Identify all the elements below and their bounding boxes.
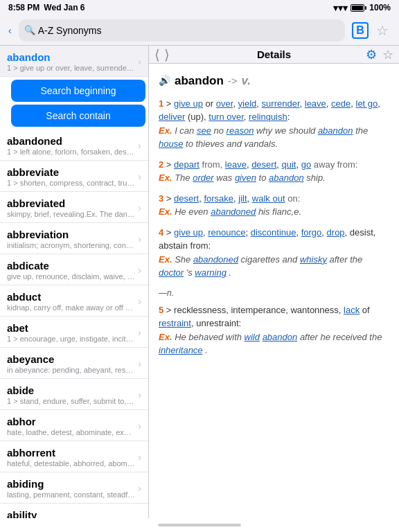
list-item[interactable]: abhorhate, loathe, detest, abominate, ex… bbox=[0, 410, 148, 441]
gt-sym-4: > bbox=[166, 227, 174, 238]
list-item[interactable]: abide1 > stand, endure, suffer, submit t… bbox=[0, 379, 148, 410]
wifi-icon: ▾▾▾ bbox=[333, 3, 348, 13]
gt-sym-5: > bbox=[166, 305, 174, 315]
syn-cede[interactable]: cede bbox=[331, 98, 351, 109]
favorites-button[interactable]: ☆ bbox=[371, 19, 393, 42]
nav-left-icon[interactable]: ⟨ bbox=[154, 46, 160, 63]
ex-inheritance[interactable]: inheritance bbox=[159, 345, 203, 355]
details-nav-right: ⚙ ☆ bbox=[366, 47, 393, 62]
list-item[interactable]: abdicategive up, renounce, disclaim, wai… bbox=[0, 254, 148, 285]
syn-forgo[interactable]: forgo bbox=[301, 227, 322, 238]
syn-lack[interactable]: lack bbox=[344, 305, 360, 315]
ex-doctor[interactable]: doctor bbox=[159, 267, 184, 278]
nav-back-button[interactable]: ‹ bbox=[6, 22, 15, 39]
syn-forsake[interactable]: forsake bbox=[204, 193, 233, 204]
syn-restraint[interactable]: restraint bbox=[159, 318, 191, 328]
ex-see[interactable]: see bbox=[197, 125, 211, 136]
syn-discontinue[interactable]: discontinue bbox=[251, 227, 296, 238]
syn-turn-over[interactable]: turn over bbox=[209, 112, 244, 122]
status-date: Wed Jan 6 bbox=[44, 3, 85, 12]
list-item[interactable]: abhorrenthateful, detestable, abhorred, … bbox=[0, 441, 148, 472]
home-indicator bbox=[0, 518, 399, 532]
ex-order[interactable]: order bbox=[193, 172, 213, 183]
chevron-icon: › bbox=[138, 514, 141, 518]
syn-leave[interactable]: leave bbox=[305, 98, 326, 109]
ex-wild[interactable]: wild bbox=[245, 332, 260, 342]
ex-text-2c: to bbox=[259, 172, 269, 183]
ex-text-4d: 's bbox=[186, 267, 195, 278]
list-item[interactable]: abductkidnap, carry off, make away or of… bbox=[0, 285, 148, 317]
list-item-subtitle: give up, renounce, disclaim, waive, diso… bbox=[7, 272, 135, 281]
list-item-subtitle: hateful, detestable, abhorred, abominabl… bbox=[7, 459, 135, 468]
syn-depart[interactable]: depart bbox=[174, 159, 200, 170]
status-right: ▾▾▾ 100% bbox=[333, 3, 391, 13]
list-item[interactable]: abandoned1 > left alone, forlorn, forsak… bbox=[0, 130, 148, 161]
syn-yield[interactable]: yield bbox=[238, 98, 257, 109]
syn-relinquish[interactable]: relinquish bbox=[249, 112, 287, 122]
ex-label-5: Ex. bbox=[159, 332, 172, 342]
chevron-icon: › bbox=[138, 202, 141, 213]
syn-drop[interactable]: drop bbox=[327, 227, 345, 238]
details-gear-icon[interactable]: ⚙ bbox=[366, 47, 377, 62]
ex-abandoned-3[interactable]: abandoned bbox=[211, 206, 256, 217]
syn-walk-out[interactable]: walk out bbox=[252, 193, 285, 204]
ex-abandon-1[interactable]: abandon bbox=[318, 125, 353, 136]
list-item[interactable]: abandon1 > give up or over, leave, surre… bbox=[0, 46, 148, 77]
syn-desert-3[interactable]: desert bbox=[174, 193, 199, 204]
list-item[interactable]: abbreviatedskimpy, brief, revealing.Ex. … bbox=[0, 192, 148, 223]
list-item-title: abhorrent bbox=[7, 447, 135, 459]
syn-jilt[interactable]: jilt bbox=[238, 193, 247, 204]
list-item-subtitle: kidnap, carry off, make away or off with… bbox=[7, 303, 135, 312]
search-bar[interactable]: 🔍 bbox=[19, 19, 345, 42]
syn-desert[interactable]: desert bbox=[251, 159, 276, 170]
syn-quit[interactable]: quit bbox=[282, 159, 296, 170]
list-item-subtitle: hate, loathe, detest, abominate, execrat… bbox=[7, 428, 135, 436]
list-item[interactable]: abet1 > encourage, urge, instigate, inci… bbox=[0, 317, 148, 348]
list-item[interactable]: abbreviate1 > shorten, compress, contrac… bbox=[0, 161, 148, 192]
list-item[interactable]: abidinglasting, permanent, constant, ste… bbox=[0, 472, 148, 504]
search-beginning-button[interactable]: Search beginning bbox=[11, 80, 145, 102]
sense-num-3: 3 bbox=[159, 193, 163, 204]
list-item-title: abiding bbox=[7, 478, 135, 490]
chevron-icon: › bbox=[138, 483, 141, 494]
bold-button[interactable]: B bbox=[349, 19, 371, 42]
nav-bar: ‹ 🔍 B ☆ bbox=[0, 15, 399, 46]
syn-give-up-4[interactable]: give up bbox=[174, 227, 203, 238]
syn-surrender[interactable]: surrender bbox=[262, 98, 300, 109]
list-item-title: abbreviate bbox=[7, 166, 135, 178]
ex-abandon-5[interactable]: abandon bbox=[263, 332, 298, 342]
on-text: on: bbox=[287, 193, 300, 204]
syn-leave-2[interactable]: leave bbox=[225, 159, 247, 170]
list-item-subtitle: lasting, permanent, constant, steadfast,… bbox=[7, 490, 135, 499]
nav-right-icon[interactable]: ⟩ bbox=[164, 46, 170, 63]
ex-abandon-2[interactable]: abandon bbox=[269, 172, 304, 183]
word-list[interactable]: abandon1 > give up or over, leave, surre… bbox=[0, 46, 149, 518]
syn-renounce[interactable]: renounce bbox=[208, 227, 245, 238]
ex-reason[interactable]: reason bbox=[227, 125, 254, 136]
speaker-icon[interactable]: 🔊 bbox=[159, 73, 170, 88]
gt-sym: > bbox=[166, 98, 174, 109]
ex-warning[interactable]: warning bbox=[195, 267, 227, 278]
ex-text-2d: ship. bbox=[306, 172, 325, 183]
syn-over[interactable]: over bbox=[216, 98, 233, 109]
search-contain-button[interactable]: Search contain bbox=[11, 105, 145, 127]
syn-deliver[interactable]: deliver bbox=[159, 112, 185, 122]
list-item[interactable]: abeyancein abeyance: pending, abeyant, r… bbox=[0, 348, 148, 379]
ex-whisky[interactable]: whisky bbox=[300, 254, 327, 265]
ex-given[interactable]: given bbox=[235, 172, 256, 183]
list-item[interactable]: abbreviationinitialism; acronym, shorten… bbox=[0, 223, 148, 254]
list-item-content: abet1 > encourage, urge, instigate, inci… bbox=[7, 322, 135, 343]
status-left: 8:58 PM Wed Jan 6 bbox=[8, 3, 85, 12]
syn-give-up[interactable]: give up bbox=[174, 98, 203, 109]
list-item-subtitle: skimpy, brief, revealing.Ex. The dancers… bbox=[7, 210, 135, 218]
list-item-content: abbreviatedskimpy, brief, revealing.Ex. … bbox=[7, 197, 135, 218]
list-item-title: abbreviated bbox=[7, 197, 135, 209]
ex-abandoned-4[interactable]: abandoned bbox=[193, 254, 238, 265]
syn-go-away[interactable]: go bbox=[301, 159, 311, 170]
battery-percentage: 100% bbox=[369, 3, 391, 12]
syn-let-go[interactable]: let go bbox=[356, 98, 378, 109]
details-star-icon[interactable]: ☆ bbox=[382, 47, 393, 62]
ex-house[interactable]: house bbox=[159, 139, 183, 149]
list-item[interactable]: ability1 > adeptness, aptitude, facility… bbox=[0, 504, 148, 518]
search-input[interactable] bbox=[38, 25, 339, 36]
